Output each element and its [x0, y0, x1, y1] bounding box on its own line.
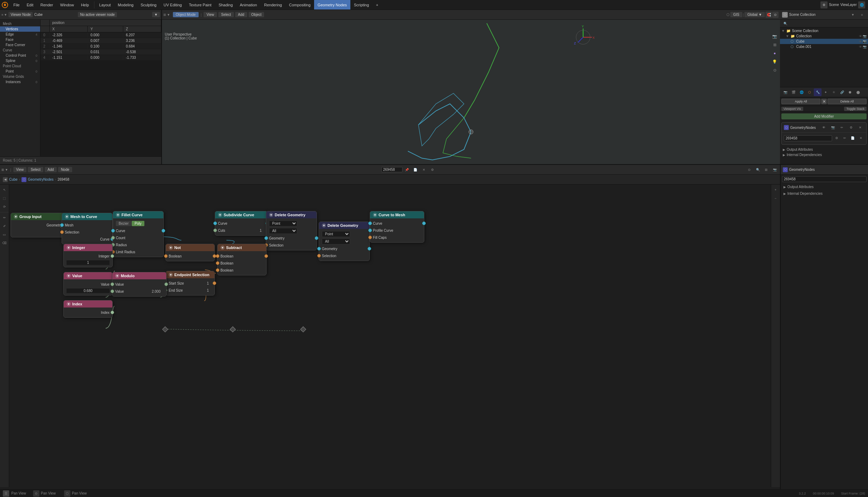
ne-view-btn[interactable]: View	[13, 167, 27, 172]
workspace-layout[interactable]: Layout	[96, 0, 114, 10]
socket-mesh-in[interactable]	[60, 223, 64, 227]
add-modifier-btn[interactable]: Add Modifier	[781, 113, 867, 119]
modifier-node-group-input[interactable]	[784, 135, 832, 141]
ne-annotate-poly-icon[interactable]: ▭	[1, 231, 8, 238]
filter-btn[interactable]: ▼	[152, 12, 160, 17]
ne-render-icon[interactable]: 📷	[771, 166, 779, 174]
workspace-rendering[interactable]: Rendering	[261, 0, 286, 10]
collapse-btn[interactable]: ▼	[322, 223, 326, 228]
socket-index-out[interactable]	[111, 311, 114, 314]
prop-constraints-icon[interactable]: 🔗	[838, 88, 846, 96]
delete-mode-2[interactable]: Point	[322, 231, 350, 237]
socket-bool-sub3-in[interactable]	[216, 268, 219, 272]
ne-select-icon[interactable]: ↖	[1, 186, 8, 194]
collection-item-root[interactable]: ▼ 📁 Scene Collection	[780, 28, 868, 33]
apply-all-btn[interactable]: Apply All	[781, 99, 820, 104]
workspace-geometry-nodes[interactable]: Geometry Nodes	[314, 0, 350, 10]
cube-render-btn[interactable]: 📷	[863, 40, 867, 43]
socket-curve-out[interactable]	[162, 229, 165, 232]
collapse-btn[interactable]: ▼	[14, 215, 18, 219]
global-btn[interactable]: Global ▼	[744, 12, 765, 17]
mod-nodegroup-edit[interactable]: ✏	[842, 134, 848, 142]
ne-node-btn[interactable]: Node	[58, 167, 72, 172]
ne-add-btn[interactable]: Add	[45, 167, 57, 172]
ne-annotate-icon[interactable]: ✏	[1, 214, 8, 222]
socket-curve2-in[interactable]	[213, 222, 217, 225]
no-active-viewer-btn[interactable]: No active viewer node	[78, 12, 117, 17]
delete-mode-1[interactable]: Point Edge Face	[269, 220, 297, 226]
collapse-btn[interactable]: ▼	[169, 246, 173, 250]
ne-annotate-erase-icon[interactable]: ⌫	[1, 239, 8, 247]
workspace-shading[interactable]: Shading	[215, 0, 236, 10]
sidebar-point-cloud[interactable]: Point Cloud	[0, 63, 40, 69]
socket-profile-ctm-in[interactable]	[368, 229, 372, 232]
connector-left[interactable]	[162, 327, 168, 333]
collection-item-cube001[interactable]: ⬡ Cube.001 👁 📷	[780, 44, 868, 49]
workspace-sculpting[interactable]: Sculpting	[137, 0, 160, 10]
collapse-btn[interactable]: ▼	[67, 302, 71, 306]
sidebar-face-corner[interactable]: Face Corner	[0, 42, 40, 48]
toggle-stack-btn[interactable]: Toggle Stack	[844, 107, 867, 111]
prop-modifier-icon[interactable]: 🔧	[814, 88, 822, 96]
collection-vis-btn[interactable]: 👁	[859, 35, 862, 38]
sidebar-mesh[interactable]: Mesh	[0, 21, 40, 26]
collapse-btn[interactable]: ▼	[220, 246, 225, 250]
socket-geo-dg1-in[interactable]	[264, 236, 268, 240]
cube001-render-btn[interactable]: 📷	[863, 45, 867, 49]
socket-mesh-ctm-out[interactable]	[422, 222, 426, 225]
collection-item-collection[interactable]: ▼ 📁 Collection 👁 📷	[780, 33, 868, 39]
object-mode-btn[interactable]: Object Mode	[173, 12, 199, 17]
collapse-btn[interactable]: ▼	[116, 213, 120, 217]
mod-remove-icon[interactable]: ✕	[856, 124, 864, 131]
rsp-frame-input[interactable]	[782, 176, 867, 182]
breadcrumb-cube[interactable]: Cube	[9, 178, 18, 181]
collapse-btn[interactable]: ▼	[65, 215, 69, 219]
ne-copy-icon[interactable]: 📄	[412, 166, 419, 174]
sidebar-instances[interactable]: Instances0	[0, 79, 40, 85]
object-btn[interactable]: Object	[249, 12, 264, 17]
socket-sel-dg2-in[interactable]	[317, 254, 321, 257]
prop-render-icon[interactable]: 📷	[781, 88, 789, 96]
ne-zoom-out-icon[interactable]: −	[772, 194, 780, 202]
ne-view-all-icon[interactable]: ⊞	[762, 166, 770, 174]
status-menu-icon[interactable]: ☰	[3, 490, 9, 497]
overlay-icon[interactable]: ⊙	[771, 66, 779, 74]
socket-geo-dg2-out[interactable]	[368, 247, 371, 250]
node-canvas[interactable]: ▼ Group Input Geometry	[0, 185, 780, 487]
workspace-animation[interactable]: Animation	[236, 0, 261, 10]
engine-icon[interactable]: ⚙	[820, 1, 828, 8]
socket-bool-sub-out[interactable]	[264, 254, 268, 258]
socket-selection-in[interactable]	[60, 230, 64, 234]
socket-fillcaps-ctm-in[interactable]	[368, 236, 372, 239]
prop-world-icon[interactable]: 🌐	[798, 88, 805, 96]
socket-curve-in[interactable]	[111, 229, 115, 232]
socket-endpoint-sel-out[interactable]	[213, 281, 216, 285]
connector-right[interactable]	[300, 327, 306, 333]
delete-domain-2[interactable]: All	[322, 238, 350, 244]
sidebar-face[interactable]: Face	[0, 37, 40, 42]
integer-value-input[interactable]	[67, 260, 110, 265]
socket-cuts-in[interactable]	[213, 229, 217, 232]
delete-domain-1[interactable]: All Only Faces Only Edges & Faces	[269, 228, 297, 234]
gis-btn[interactable]: GIS	[730, 12, 742, 17]
socket-bool-sub2-in[interactable]	[216, 261, 219, 265]
sidebar-vertices[interactable]: Vertices	[0, 26, 40, 32]
prop-material-icon[interactable]: ⬤	[854, 88, 862, 96]
mod-render-toggle[interactable]: 📷	[829, 124, 837, 131]
viewer-node-btn[interactable]: Viewer Node	[8, 12, 33, 17]
sidebar-control-point[interactable]: Control Point0	[0, 53, 40, 58]
prop-physics-icon[interactable]: ⚛	[830, 88, 838, 96]
collapse-btn[interactable]: ▼	[169, 273, 173, 277]
workspace-texture[interactable]: Texture Paint	[185, 0, 215, 10]
cube001-vis-btn[interactable]: 👁	[859, 45, 862, 49]
material-icon[interactable]: ●	[771, 49, 779, 57]
cube-vis-btn[interactable]: 👁	[859, 40, 862, 43]
collapse-btn[interactable]: ▼	[373, 213, 377, 217]
value-input[interactable]	[67, 288, 110, 293]
poly-tab[interactable]: Poly	[132, 221, 144, 226]
filter-collection-icon[interactable]: ▼	[849, 11, 857, 19]
ne-box-select-icon[interactable]: ⬚	[1, 194, 8, 202]
menu-render[interactable]: Render	[37, 0, 57, 10]
workspace-modeling[interactable]: Modeling	[114, 0, 137, 10]
collection-item-cube[interactable]: ⬡ Cube 👁 📷	[780, 39, 868, 44]
